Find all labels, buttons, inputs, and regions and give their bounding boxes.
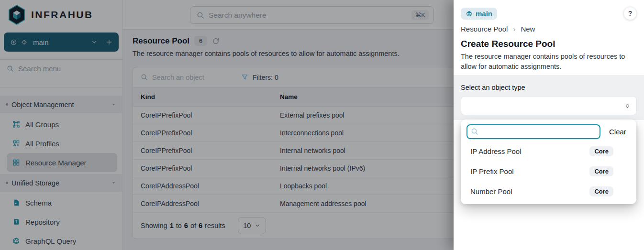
breadcrumb-resource-pool[interactable]: Resource Pool [461,25,508,33]
clear-button[interactable]: Clear [609,128,626,136]
chevron-right-icon: › [513,25,515,33]
object-type-dropdown: Clear IP Address Pool Core IP Prefix Poo… [461,120,636,204]
option-number-pool[interactable]: Number Pool Core [466,181,631,201]
branch-badge: main [461,8,497,20]
drawer-header: main ? Resource Pool › New Create Resour… [454,0,644,75]
object-type-label: Select an object type [461,84,637,91]
object-type-combobox[interactable] [461,96,637,115]
create-resource-pool-drawer: main ? Resource Pool › New Create Resour… [454,0,644,250]
option-label: IP Prefix Pool [470,167,514,175]
dropdown-search-input[interactable] [466,124,600,139]
layers-icon [466,10,473,17]
dropdown-search [466,124,600,139]
branch-badge-label: main [476,10,492,18]
core-badge: Core [589,166,613,176]
drawer-title: Create Resource Pool [461,39,637,49]
help-button[interactable]: ? [623,7,637,20]
core-badge: Core [589,146,613,156]
search-icon [471,128,478,135]
chevrons-up-down-icon [624,103,631,109]
breadcrumb: Resource Pool › New [461,25,637,33]
app-window: INFRAHUB main [0,0,644,250]
drawer-description: The resource manager contains pools of r… [461,52,637,71]
option-ip-prefix-pool[interactable]: IP Prefix Pool Core [466,161,631,181]
option-ip-address-pool[interactable]: IP Address Pool Core [466,141,631,161]
core-badge: Core [589,186,613,196]
modal-overlay[interactable] [0,0,454,250]
option-label: Number Pool [470,187,512,196]
object-type-form: Select an object type [454,75,644,120]
breadcrumb-new: New [521,25,535,33]
option-label: IP Address Pool [470,147,521,155]
